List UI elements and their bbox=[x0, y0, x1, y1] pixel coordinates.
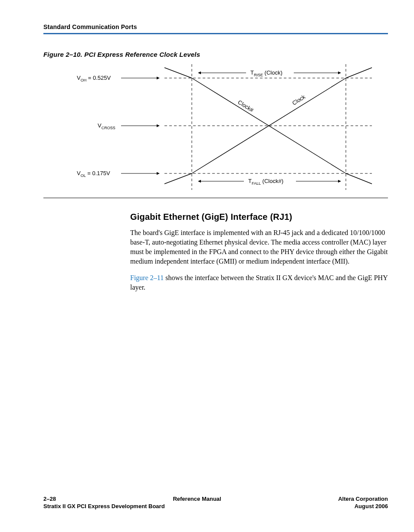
trise-after: (Clock) bbox=[263, 69, 283, 76]
figure-2-10: VOH = 0.525V VCROSS VOL = 0.175V bbox=[43, 60, 388, 198]
svg-text:VOL = 0.175V: VOL = 0.175V bbox=[77, 170, 110, 178]
footer-date: August 2006 bbox=[355, 503, 388, 510]
svg-line-16 bbox=[346, 68, 372, 78]
vcross-sub: CROSS bbox=[102, 126, 115, 130]
voh-val: = 0.525V bbox=[86, 75, 111, 81]
svg-text:TFALL (Clock#): TFALL (Clock#) bbox=[248, 178, 283, 186]
tfall-symbol: T bbox=[248, 178, 252, 184]
svg-text:VCROSS: VCROSS bbox=[98, 122, 115, 130]
svg-text:TRISE (Clock): TRISE (Clock) bbox=[250, 69, 283, 77]
trise-symbol: T bbox=[250, 69, 254, 76]
vol-sub: OL bbox=[81, 173, 86, 178]
voh-symbol: V bbox=[77, 75, 81, 81]
footer-company: Altera Corporation bbox=[338, 495, 388, 503]
clock-label: Clock bbox=[291, 93, 307, 106]
figure-caption: Figure 2–10. PCI Express Reference Clock… bbox=[43, 51, 388, 58]
footer-center-title: Reference Manual bbox=[56, 495, 338, 503]
footer-page-number: 2–28 bbox=[43, 495, 56, 503]
footer-doc-title: Stratix II GX PCI Express Development Bo… bbox=[43, 503, 165, 510]
clock-levels-diagram: VOH = 0.525V VCROSS VOL = 0.175V bbox=[51, 60, 381, 194]
trise-sub: RISE bbox=[254, 73, 263, 77]
paragraph-gige-figure-rest: shows the interface between the Stratix … bbox=[130, 274, 388, 291]
figure-2-11-link[interactable]: Figure 2–11 bbox=[130, 274, 164, 281]
paragraph-gige-figure-ref: Figure 2–11 shows the interface between … bbox=[130, 273, 388, 292]
svg-line-11 bbox=[164, 68, 192, 78]
svg-line-14 bbox=[164, 173, 192, 184]
svg-text:VOH = 0.525V: VOH = 0.525V bbox=[77, 75, 111, 82]
tfall-after: (Clock#) bbox=[261, 178, 283, 184]
vcross-symbol: V bbox=[98, 122, 102, 129]
vol-val: = 0.175V bbox=[86, 170, 110, 176]
running-head: Standard Communication Ports bbox=[43, 23, 388, 30]
section-heading-gige: Gigabit Ethernet (GigE) Interface (RJ1) bbox=[130, 212, 388, 222]
paragraph-gige-intro: The board's GigE interface is implemente… bbox=[130, 228, 388, 266]
tfall-sub: FALL bbox=[252, 181, 261, 186]
svg-line-13 bbox=[346, 173, 372, 184]
header-rule bbox=[43, 33, 388, 34]
page-footer: 2–28 Reference Manual Altera Corporation… bbox=[43, 495, 388, 510]
voh-sub: OH bbox=[81, 78, 87, 82]
vol-symbol: V bbox=[77, 170, 81, 176]
